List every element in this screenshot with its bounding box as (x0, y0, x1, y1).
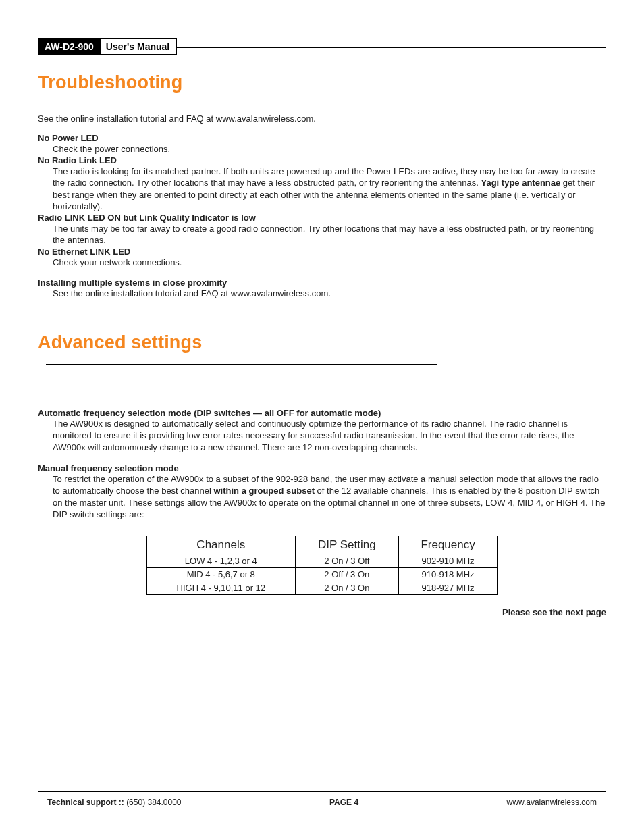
table-cell: LOW 4 - 1,2,3 or 4 (147, 554, 296, 567)
doc-item-heading: Manual frequency selection mode (38, 463, 606, 473)
doc-item-body: Check your network connections. (53, 257, 606, 269)
section-heading-text: Advanced settings (38, 332, 202, 353)
footer-url: www.avalanwireless.com (507, 798, 597, 807)
table-cell: 918-927 MHz (399, 581, 498, 594)
doc-item: Manual frequency selection modeTo restri… (38, 463, 606, 521)
doc-item-body: Check the power connections. (53, 143, 606, 155)
troubleshooting-intro: See the online installation tutorial and… (38, 113, 606, 124)
doc-item-body: The AW900x is designed to automatically … (53, 418, 606, 454)
doc-item-body-part: The AW900x is designed to automatically … (53, 419, 574, 452)
header-model: AW-D2-900 (38, 38, 101, 55)
footer-support: Technical support :: (650) 384.0000 (47, 798, 182, 807)
section-heading-text: Troubleshooting (38, 72, 182, 93)
doc-item: No Ethernet LINK LEDCheck your network c… (38, 246, 606, 269)
doc-item-body: To restrict the operation of the AW900x … (53, 473, 606, 521)
doc-item: Radio LINK LED ON but Link Quality Indic… (38, 213, 606, 246)
footer-page: PAGE 4 (329, 798, 358, 807)
table-cell: 2 Off / 3 On (295, 567, 399, 581)
doc-item-heading: No Radio Link LED (38, 155, 606, 165)
doc-item-body: The radio is looking for its matched par… (53, 165, 606, 213)
doc-item: Automatic frequency selection mode (DIP … (38, 408, 606, 454)
table-cell: MID 4 - 5,6,7 or 8 (147, 567, 296, 581)
doc-item-body-part: Yagi type antennae (481, 178, 560, 188)
table-header-cell: Frequency (399, 536, 498, 554)
doc-item-heading: No Ethernet LINK LED (38, 246, 606, 257)
footer-support-phone: (650) 384.0000 (126, 798, 181, 807)
frequency-table: ChannelsDIP SettingFrequency LOW 4 - 1,2… (146, 536, 498, 595)
footer-rule (38, 791, 606, 792)
doc-item-heading: No Power LED (38, 133, 606, 143)
doc-item: No Radio Link LEDThe radio is looking fo… (38, 155, 606, 213)
doc-item-body-part: Check the power connections. (53, 144, 170, 154)
section-heading-rule (46, 364, 437, 365)
table-cell: 902-910 MHz (399, 554, 498, 567)
doc-item-heading: Automatic frequency selection mode (DIP … (38, 408, 606, 418)
footer: Technical support :: (650) 384.0000 PAGE… (38, 791, 606, 807)
doc-item: Installing multiple systems in close pro… (38, 278, 606, 300)
table-header-cell: Channels (147, 536, 296, 554)
doc-item: No Power LEDCheck the power connections. (38, 133, 606, 155)
table-row: HIGH 4 - 9,10,11 or 122 On / 3 On918-927… (147, 581, 498, 594)
table-cell: 910-918 MHz (399, 567, 498, 581)
doc-item-heading: Radio LINK LED ON but Link Quality Indic… (38, 213, 606, 223)
header-rule: AW-D2-900 User's Manual (38, 47, 606, 48)
table-row: LOW 4 - 1,2,3 or 42 On / 3 Off902-910 MH… (147, 554, 498, 567)
table-header-cell: DIP Setting (295, 536, 399, 554)
table-cell: 2 On / 3 Off (295, 554, 399, 567)
next-page-note: Please see the next page (38, 607, 606, 617)
footer-support-label: Technical support :: (47, 798, 126, 807)
section-heading-advanced: Advanced settings (38, 332, 606, 374)
header-box: AW-D2-900 User's Manual (38, 38, 177, 55)
doc-item-body: See the online installation tutorial and… (53, 288, 606, 300)
table-row: MID 4 - 5,6,7 or 82 Off / 3 On910-918 MH… (147, 567, 498, 581)
table-cell: 2 On / 3 On (295, 581, 399, 594)
section-heading-troubleshooting: Troubleshooting (38, 72, 606, 93)
doc-item-heading: Installing multiple systems in close pro… (38, 278, 606, 288)
doc-item-body-part: Check your network connections. (53, 257, 182, 267)
doc-item-body-part: within a grouped subset (213, 486, 315, 496)
table-cell: HIGH 4 - 9,10,11 or 12 (147, 581, 296, 594)
doc-item-body-part: See the online installation tutorial and… (53, 288, 331, 298)
doc-item-body: The units may be too far away to create … (53, 223, 606, 246)
header-title: User's Manual (101, 38, 177, 55)
doc-item-body-part: The units may be too far away to create … (53, 224, 594, 246)
